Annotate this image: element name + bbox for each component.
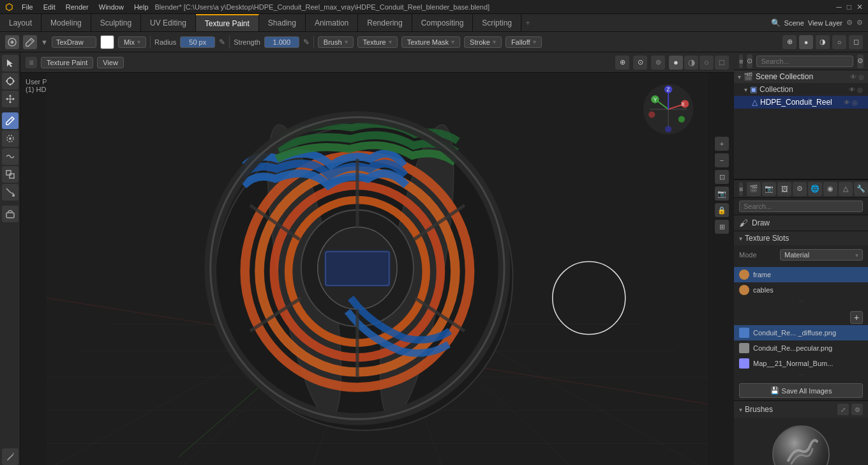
view-button[interactable]: View [97, 57, 124, 68]
tab-layout[interactable]: Layout [0, 14, 41, 31]
soften-tool-button[interactable] [2, 130, 19, 147]
color-swatch[interactable] [100, 35, 114, 49]
clone-tool-button[interactable] [2, 166, 19, 183]
zoom-fit-button[interactable]: ⊡ [715, 170, 729, 184]
tab-uv-editing[interactable]: UV Editing [141, 14, 196, 31]
collection-render-icon[interactable]: ◎ [857, 86, 863, 93]
blend-mode-dropdown[interactable]: Mix ▾ [118, 36, 146, 48]
object-visibility-icon[interactable]: 👁 [844, 99, 850, 106]
radius-edit-icon[interactable]: ✎ [219, 38, 225, 47]
menu-edit[interactable]: Edit [40, 2, 59, 12]
overlay-button[interactable]: ⊕ [782, 35, 797, 49]
scene-visibility-icon[interactable]: 👁 [850, 73, 857, 80]
radius-value[interactable]: 50 px [180, 36, 215, 48]
camera-view-button[interactable]: 📷 [715, 187, 729, 201]
texture-slots-header[interactable]: ▾ Texture Slots [734, 231, 868, 245]
material-cables-item[interactable]: cables [734, 282, 868, 298]
texture-mask-dropdown[interactable]: Texture Mask ▾ [401, 36, 460, 48]
brushes-header[interactable]: ▾ Brushes ⤢ ⚙ [734, 401, 868, 418]
tab-animation[interactable]: Animation [306, 14, 358, 31]
menu-window[interactable]: Window [95, 2, 128, 12]
menu-help[interactable]: Help [130, 2, 153, 12]
close-button[interactable]: ✕ [857, 3, 863, 11]
viewport-menu-icon[interactable]: ≡ [26, 57, 37, 68]
viewport-shading-rendered[interactable]: ○ [832, 35, 846, 49]
solid-shading-button[interactable]: ● [669, 56, 683, 70]
proportional-edit-toggle[interactable]: ⊚ [651, 56, 665, 70]
object-render-icon[interactable]: ◎ [852, 99, 858, 106]
smear-tool-button[interactable] [2, 148, 19, 165]
viewport-shading-solid[interactable]: ● [799, 35, 813, 49]
collection-visibility-icon[interactable]: 👁 [849, 86, 855, 93]
texture-diffuse-item[interactable]: Conduit_Re... _diffuse.png [734, 325, 868, 340]
annotate-tool-button[interactable] [2, 448, 19, 465]
select-tool-button[interactable] [2, 55, 19, 72]
save-all-images-button[interactable]: 💾 Save All Images [739, 383, 863, 398]
scene-settings-icon[interactable]: 🌐 [808, 182, 822, 196]
brushes-expand-button[interactable]: ⤢ [837, 404, 849, 415]
world-props-icon[interactable]: ◉ [823, 182, 837, 196]
falloff-dropdown[interactable]: Falloff ▾ [505, 36, 542, 48]
outliner-filter-icon[interactable]: ⊙ [747, 54, 752, 68]
collection-row[interactable]: ▾ ▣ Collection 👁 ◎ [734, 83, 868, 96]
outliner-settings-icon[interactable]: ⚙ [857, 54, 864, 68]
fill-tool-button[interactable] [2, 184, 19, 201]
texture-normal-item[interactable]: Map__21_Normal_Bum... [734, 356, 868, 371]
modifier-props-icon[interactable]: 🔧 [854, 182, 868, 196]
viewport-shading-material[interactable]: ◑ [816, 35, 830, 49]
props-menu-icon[interactable]: ≡ [739, 182, 743, 196]
add-workspace-button[interactable]: + [521, 14, 534, 31]
material-shading-button[interactable]: ◑ [684, 56, 698, 70]
mask-tool-button[interactable] [2, 206, 19, 222]
frame-selected-button[interactable]: ⊞ [715, 220, 729, 234]
scene-props-icon[interactable]: 🎬 [747, 182, 761, 196]
tab-sculpting[interactable]: Sculpting [91, 14, 141, 31]
tab-rendering[interactable]: Rendering [358, 14, 412, 31]
object-row[interactable]: △ HDPE_Conduit_Reel 👁 ◎ [734, 96, 868, 109]
render-props-icon[interactable]: 📷 [762, 182, 776, 196]
menu-render[interactable]: Render [62, 2, 93, 12]
rendered-shading-button[interactable]: ○ [700, 56, 714, 70]
viewport-overlay-toggle[interactable]: ⊕ [615, 56, 629, 70]
mode-dropdown[interactable]: Material ▾ [780, 249, 863, 261]
tab-shading[interactable]: Shading [259, 14, 306, 31]
scene-name[interactable]: Scene [784, 19, 804, 27]
maximize-button[interactable]: □ [847, 3, 851, 11]
stroke-dropdown[interactable]: Stroke ▾ [464, 36, 502, 48]
props-search-input[interactable] [739, 201, 863, 212]
add-texture-button[interactable]: + [850, 311, 863, 324]
menu-file[interactable]: File [18, 2, 37, 12]
texture-paint-label[interactable]: Texture Paint [41, 57, 93, 68]
texture-specular-item[interactable]: Conduit_Re...pecular.png [734, 340, 868, 356]
tab-texture-paint[interactable]: Texture Paint [196, 14, 259, 31]
viewport-shading-wire[interactable]: ◻ [849, 35, 863, 49]
draw-tool-button[interactable] [2, 112, 19, 129]
brush-name-label[interactable]: TexDraw [52, 36, 96, 48]
view-layer-name[interactable]: View Layer [808, 19, 842, 27]
strength-edit-icon[interactable]: ✎ [303, 38, 310, 47]
output-props-icon[interactable]: 🖼 [777, 182, 791, 196]
zoom-out-button[interactable]: − [715, 153, 729, 167]
brushes-settings-button[interactable]: ⚙ [851, 404, 863, 415]
material-frame-item[interactable]: frame [734, 267, 868, 282]
outliner-search[interactable] [756, 56, 853, 67]
zoom-in-button[interactable]: + [715, 137, 729, 151]
lock-camera-button[interactable]: 🔒 [715, 203, 729, 217]
cursor-tool-button[interactable] [2, 73, 19, 89]
viewport-canvas[interactable]: User Perspective (1) HDPE_Conduit_Reel [20, 73, 734, 465]
scene-collection-row[interactable]: ▾ 🎬 Scene Collection 👁 ◎ [734, 70, 868, 83]
outliner-menu-icon[interactable]: ≡ [739, 54, 743, 68]
tab-scripting[interactable]: Scripting [473, 14, 521, 31]
brush-dropdown[interactable]: Brush ▾ [318, 36, 354, 48]
wireframe-shading-button[interactable]: □ [715, 56, 729, 70]
strength-value[interactable]: 1.000 [264, 36, 299, 48]
view-layer-props-icon[interactable]: ⚙ [793, 182, 807, 196]
snap-toggle[interactable]: ⊙ [633, 56, 647, 70]
move-tool-button[interactable] [2, 91, 19, 107]
tab-modeling[interactable]: Modeling [41, 14, 91, 31]
brush-icon[interactable] [23, 35, 37, 49]
object-props-icon[interactable]: △ [839, 182, 853, 196]
scene-viewport[interactable]: X Y Z [20, 73, 734, 465]
minimize-button[interactable]: ─ [836, 3, 842, 11]
tab-compositing[interactable]: Compositing [412, 14, 474, 31]
